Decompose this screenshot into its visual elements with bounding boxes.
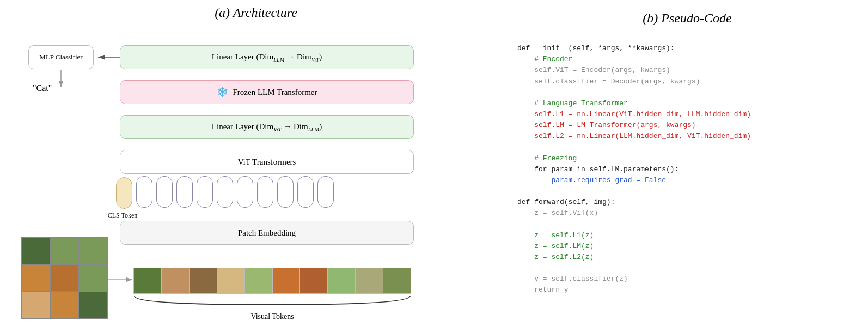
cat-patch-4: [21, 264, 50, 291]
architecture-diagram: MLP Classifier "Cat" Linear Layer (DimLL…: [16, 25, 496, 326]
patch-embedding-box: Patch Embedding: [120, 221, 414, 245]
patch-tokens-row: [136, 176, 334, 208]
strip-patch-9: [356, 268, 383, 293]
strip-patch-10: [383, 268, 411, 293]
frozen-llm-label: Frozen LLM Transformer: [233, 88, 317, 97]
cat-patch-8: [50, 292, 79, 318]
mlp-label: MLP Classifier: [39, 53, 82, 62]
strip-patch-4: [217, 268, 245, 293]
linear-layer-top-box: Linear Layer (DimLLM → DimViT): [120, 45, 414, 69]
visual-tokens-label: Visual Tokens: [133, 312, 411, 321]
patch-token-6: [237, 176, 253, 208]
code-line-12: def forward(self, img):: [517, 198, 615, 206]
strip-patch-6: [273, 268, 301, 293]
frozen-llm-box: ❄ Frozen LLM Transformer: [120, 80, 414, 104]
code-line-6: self.L1 = nn.Linear(ViT.hidden_dim, LLM.…: [517, 110, 751, 118]
strip-patch-1: [134, 268, 162, 293]
code-line-1: def __init__(self, *args, **kawargs):: [517, 44, 675, 52]
patch-embedding-label: Patch Embedding: [238, 228, 296, 238]
linear-top-label: Linear Layer (DimLLM → DimViT): [212, 52, 322, 63]
cat-patch-1: [21, 238, 50, 264]
code-line-8: self.L2 = nn.Linear(LLM.hidden_dim, ViT.…: [517, 132, 751, 140]
strip-patch-7: [300, 268, 328, 293]
patch-token-2: [156, 176, 173, 208]
code-line-17: y = self.classifier(z): [517, 275, 628, 283]
brace-svg: [133, 295, 411, 309]
patch-image-strip: [133, 268, 411, 294]
cat-patch-7: [21, 292, 50, 318]
cat-patch-2: [50, 238, 79, 264]
brace-visual-tokens: Visual Tokens: [133, 295, 411, 321]
code-block: def __init__(self, *args, **kawargs): # …: [517, 32, 857, 307]
cat-output-label: "Cat": [33, 83, 52, 93]
mlp-classifier-box: MLP Classifier: [28, 45, 94, 69]
patch-token-7: [257, 176, 273, 208]
code-line-7: self.LM = LM_Transformer(args, kwargs): [517, 121, 696, 129]
pseudo-code-title: (b) Pseudo-Code: [517, 11, 857, 26]
code-line-14: z = self.L1(z): [517, 231, 594, 239]
code-line-13: z = self.ViT(x): [517, 209, 598, 217]
code-line-18: return y: [517, 286, 569, 294]
code-line-3: self.ViT = Encoder(args, kwargs): [517, 66, 670, 74]
cls-token-label: CLS Token: [106, 212, 139, 220]
code-line-2: # Encoder: [517, 55, 572, 63]
code-line-11: param.requires_grad = False: [517, 176, 666, 184]
code-line-10: for param in self.LM.parameters():: [517, 165, 678, 173]
patch-token-3: [176, 176, 193, 208]
code-line-15: z = self.LM(z): [517, 242, 594, 250]
patch-token-9: [297, 176, 314, 208]
cat-image-grid: [21, 237, 108, 319]
right-panel: (b) Pseudo-Code def __init__(self, *args…: [512, 0, 868, 326]
patch-token-5: [217, 176, 233, 208]
code-line-5: # Language Transformer: [517, 99, 628, 107]
cat-patch-9: [78, 292, 107, 318]
linear-mid-label: Linear Layer (DimViT → DimLLM): [212, 122, 322, 132]
linear-layer-mid-box: Linear Layer (DimViT → DimLLM): [120, 115, 414, 139]
left-panel: (a) Architecture MLP Classifier: [0, 0, 512, 326]
code-line-9: # Freezing: [517, 154, 577, 162]
patch-token-4: [197, 176, 213, 208]
patch-token-1: [136, 176, 152, 208]
strip-patch-8: [328, 268, 356, 293]
patch-token-8: [277, 176, 294, 208]
arch-title: (a) Architecture: [215, 5, 297, 20]
code-line-16: z = self.L2(z): [517, 253, 594, 261]
patch-token-10: [317, 176, 334, 208]
strip-patch-5: [245, 268, 273, 293]
cat-patch-6: [78, 264, 107, 291]
cat-patch-3: [78, 238, 107, 264]
vit-transformers-box: ViT Transformers: [120, 150, 414, 174]
strip-patch-3: [190, 268, 217, 293]
cat-patch-5: [50, 264, 79, 291]
strip-patch-2: [162, 268, 190, 293]
code-line-4: self.classifier = Decoder(args, kwargs): [517, 77, 700, 86]
cls-token-oval: [116, 177, 132, 209]
vit-label: ViT Transformers: [238, 158, 296, 167]
snowflake-icon: ❄: [217, 84, 229, 101]
